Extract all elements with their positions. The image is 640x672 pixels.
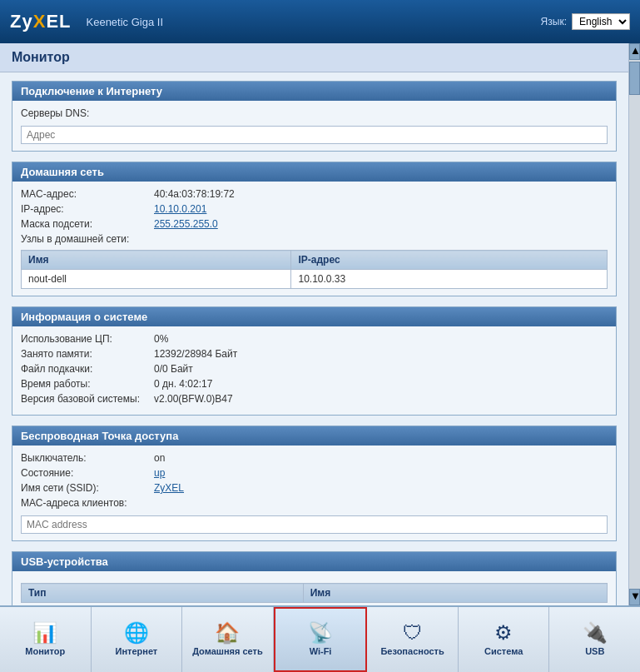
logo-zy-text: Zy: [10, 11, 33, 32]
nav-label-wifi: Wi-Fi: [310, 646, 332, 656]
nav-item-internet[interactable]: 🌐 Интернет: [92, 607, 183, 672]
app-frame: ZyXEL Keenetic Giga II Язык: English Мон…: [0, 0, 640, 672]
ip-value: 10.10.0.201: [154, 203, 206, 215]
ip-row: IP-адрес: 10.10.0.201: [21, 203, 608, 215]
usb-col-type: Тип: [22, 584, 304, 603]
home-icon: 🏠: [215, 623, 240, 643]
nav-label-system: Система: [484, 646, 523, 656]
scroll-area[interactable]: Подключение к Интернету Серверы DNS: Дом…: [0, 72, 628, 605]
content-panel: Монитор Подключение к Интернету Серверы …: [0, 43, 628, 605]
main-area: Монитор Подключение к Интернету Серверы …: [0, 43, 640, 605]
wifi-ssid-label: Имя сети (SSID):: [21, 482, 154, 494]
mask-value: 255.255.255.0: [154, 218, 218, 230]
wifi-switch-value: on: [154, 452, 165, 464]
section-usb-body: Тип Имя: [12, 571, 616, 605]
section-home-network-header: Домашняя сеть: [12, 162, 616, 182]
nav-label-usb: USB: [585, 646, 604, 656]
node-ip: 10.10.0.33: [291, 270, 608, 289]
content-wrapper: Монитор Подключение к Интернету Серверы …: [0, 43, 628, 605]
header: ZyXEL Keenetic Giga II Язык: English: [0, 0, 640, 43]
section-usb: USB-устройства Тип Имя: [12, 551, 617, 605]
section-home-network-body: MAC-адрес: 40:4a:03:78:19:72 IP-адрес: 1…: [12, 182, 616, 296]
security-icon: 🛡: [403, 623, 423, 643]
logo-area: ZyXEL Keenetic Giga II: [10, 11, 163, 32]
usb-icon: 🔌: [583, 623, 608, 643]
mask-row: Маска подсети: 255.255.255.0: [21, 218, 608, 230]
usb-table: Тип Имя: [21, 583, 608, 603]
ip-link[interactable]: 10.10.0.201: [154, 203, 206, 215]
nodes-col-name: Имя: [22, 251, 291, 270]
mac-label: MAC-адрес:: [21, 188, 154, 200]
usb-col-name: Имя: [303, 584, 607, 603]
language-select[interactable]: English: [572, 13, 630, 30]
firmware-label: Версия базовой системы:: [21, 393, 154, 405]
download-value: 0/0 Байт: [154, 363, 193, 375]
nav-item-monitor[interactable]: 📊 Монитор: [0, 607, 92, 672]
nav-item-system[interactable]: ⚙ Система: [459, 607, 550, 672]
uptime-label: Время работы:: [21, 378, 154, 390]
download-row: Файл подкачки: 0/0 Байт: [21, 363, 608, 375]
logo-x-text: X: [33, 11, 47, 32]
memory-label: Занято памяти:: [21, 348, 154, 360]
node-name: nout-dell: [22, 270, 291, 289]
dns-input[interactable]: [21, 126, 608, 144]
firmware-value: v2.00(BFW.0)B47: [154, 393, 233, 405]
bottom-nav: 📊 Монитор 🌐 Интернет 🏠 Домашняя сеть 📡 W…: [0, 605, 640, 672]
uptime-value: 0 дн. 4:02:17: [154, 378, 212, 390]
nav-label-monitor: Монитор: [25, 646, 65, 656]
nav-item-home[interactable]: 🏠 Домашняя сеть: [182, 607, 274, 672]
wifi-ssid-link[interactable]: ZyXEL: [154, 482, 184, 494]
section-system-info-header: Информация о системе: [12, 307, 616, 326]
mac-row: MAC-адрес: 40:4a:03:78:19:72: [21, 188, 608, 200]
section-system-info-body: Использование ЦП: 0% Занято памяти: 1239…: [12, 326, 616, 415]
nodes-col-ip: IP-адрес: [291, 251, 608, 270]
wifi-switch-label: Выключатель:: [21, 452, 154, 464]
uptime-row: Время работы: 0 дн. 4:02:17: [21, 378, 608, 390]
section-internet-header: Подключение к Интернету: [12, 82, 616, 101]
dns-label: Серверы DNS:: [21, 107, 608, 119]
memory-row: Занято памяти: 12392/28984 Байт: [21, 348, 608, 360]
nav-label-home: Домашняя сеть: [192, 646, 263, 656]
language-selector-area: Язык: English: [541, 13, 630, 30]
section-home-network: Домашняя сеть MAC-адрес: 40:4a:03:78:19:…: [12, 162, 617, 296]
cpu-label: Использование ЦП:: [21, 333, 154, 345]
section-wifi: Беспроводная Точка доступа Выключатель: …: [12, 426, 617, 541]
wifi-ssid-value: ZyXEL: [154, 482, 184, 494]
scrollbar-thumb[interactable]: [629, 62, 640, 95]
logo-el-text: EL: [46, 11, 71, 32]
system-icon: ⚙: [494, 623, 513, 643]
wifi-state-value: up: [154, 467, 165, 479]
scrollbar-down-arrow[interactable]: ▼: [629, 589, 640, 605]
wifi-ssid-row: Имя сети (SSID): ZyXEL: [21, 482, 608, 494]
scrollbar[interactable]: ▲ ▼: [628, 43, 640, 605]
nodes-label: Узлы в домашней сети:: [21, 233, 608, 245]
wifi-state-row: Состояние: up: [21, 467, 608, 479]
wifi-state-link[interactable]: up: [154, 467, 165, 479]
nodes-table: Имя IP-адрес nout-dell 10.10.0.33: [21, 250, 608, 289]
mac-value: 40:4a:03:78:19:72: [154, 188, 235, 200]
nav-item-usb[interactable]: 🔌 USB: [549, 607, 640, 672]
lang-label: Язык:: [541, 16, 567, 27]
page-title: Монитор: [0, 43, 628, 72]
mac-clients-label: МАС-адреса клиентов:: [21, 497, 608, 509]
scrollbar-up-arrow[interactable]: ▲: [629, 43, 640, 60]
table-row: nout-dell 10.10.0.33: [22, 270, 608, 289]
cpu-value: 0%: [154, 333, 168, 345]
section-internet: Подключение к Интернету Серверы DNS:: [12, 81, 617, 152]
internet-icon: 🌐: [124, 623, 149, 643]
wifi-state-label: Состояние:: [21, 467, 154, 479]
download-label: Файл подкачки:: [21, 363, 154, 375]
mac-clients-input[interactable]: [21, 515, 608, 534]
wifi-switch-row: Выключатель: on: [21, 452, 608, 464]
section-wifi-body: Выключатель: on Состояние: up Имя сети (…: [12, 446, 616, 540]
monitor-icon: 📊: [32, 623, 57, 643]
mask-label: Маска подсети:: [21, 218, 154, 230]
mask-link[interactable]: 255.255.255.0: [154, 218, 218, 230]
firmware-row: Версия базовой системы: v2.00(BFW.0)B47: [21, 393, 608, 405]
nav-label-security: Безопасность: [380, 646, 444, 656]
section-system-info: Информация о системе Использование ЦП: 0…: [12, 306, 617, 416]
nav-item-security[interactable]: 🛡 Безопасность: [367, 607, 459, 672]
model-name: Keenetic Giga II: [87, 16, 164, 28]
nav-item-wifi[interactable]: 📡 Wi-Fi: [274, 607, 368, 672]
brand-logo: ZyXEL: [10, 11, 72, 32]
